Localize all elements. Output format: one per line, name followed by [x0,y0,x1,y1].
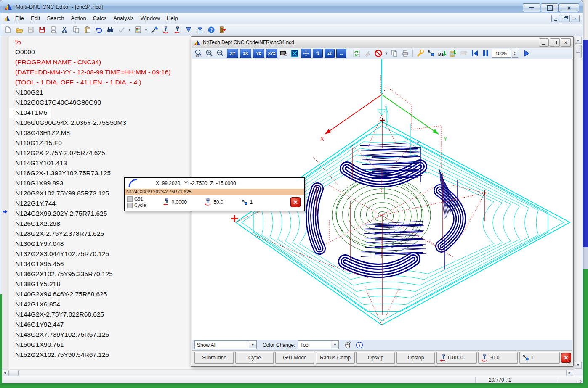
minimize-button[interactable] [523,3,540,12]
scroll-left-button[interactable]: ◀ [1,370,8,376]
backplot-button[interactable] [149,25,160,35]
scroll-right-button[interactable]: ▶ [566,370,573,376]
backplot-restore-button[interactable] [550,38,560,47]
close-button[interactable]: × [559,3,579,12]
scroll-up-button[interactable]: ▲ [575,37,582,44]
backplot-close-button[interactable]: × [561,38,571,47]
stop-marks-button[interactable] [373,48,383,58]
view-yz-button[interactable]: YZ [253,49,264,58]
run-to-line-button[interactable] [448,48,458,58]
zoom-out-button[interactable] [216,48,226,58]
status-radius-comp-button[interactable]: Radius Comp [316,352,355,364]
status-cycle-button[interactable]: Cycle [235,352,274,364]
view-options-dropdown[interactable]: ▼ [144,28,148,32]
fit-view-button[interactable] [290,48,300,58]
code-line-highlighted[interactable]: N104T1M6 [9,108,51,118]
view-zx-button[interactable]: ZX [240,49,251,58]
stop-marks-dropdown[interactable]: ▼ [384,51,388,55]
cut-button[interactable] [59,25,70,35]
status-opstop-button[interactable]: Opstop [396,352,435,364]
backplot-minimize-button[interactable] [539,38,549,47]
backplot-title-bar[interactable]: N:\Tech Dept CNC Code\NFR\cnc34.ncd × [192,37,572,48]
color-mode-select[interactable]: Tool ▼ [298,340,339,349]
title-bar[interactable]: Multi-DNC CNC Editor - [cnc34.ncd] × [0,0,583,13]
mouse-icon[interactable] [344,341,351,349]
pan-diagonal-button[interactable]: ⇄ [325,49,335,58]
menu-help[interactable]: Help [163,14,181,23]
mdi-minimize-button[interactable] [551,15,560,22]
menu-action[interactable]: Action [68,14,90,23]
play-button[interactable] [521,48,532,58]
vertical-scrollbar[interactable]: ▲ ▼ [574,36,582,369]
verify-button[interactable] [116,25,127,35]
pan-all-button[interactable] [301,49,311,58]
refresh-button[interactable] [351,48,362,58]
show-filter-select[interactable]: Show All ▼ [194,340,257,349]
trace-disabled-button[interactable] [362,48,372,58]
undo-button[interactable] [93,25,104,35]
pause-button[interactable] [481,48,491,58]
depth-field[interactable]: 0.0000 [436,352,477,364]
save-all-button[interactable] [37,25,47,35]
mdi-close-button[interactable]: × [571,15,580,22]
goto-m1-button[interactable]: M1 [437,48,447,58]
verify-dropdown[interactable]: ▼ [128,28,132,32]
speed-spinner[interactable]: ▲▼ [512,49,518,58]
settings-wrench-button[interactable] [415,48,425,58]
view-options-button[interactable] [133,25,143,35]
zoom-100-button[interactable]: 100 [194,48,204,58]
menu-calcs[interactable]: Calcs [90,14,110,23]
menu-edit[interactable]: Edit [27,14,43,23]
scroll-down-button[interactable]: ▼ [575,362,582,369]
speed-value[interactable]: 100% [492,49,511,58]
tool-rotate-button[interactable] [160,25,171,35]
status-subroutine-button[interactable]: Subroutine [194,352,234,364]
upload-disabled-icon [460,49,468,58]
feed-field[interactable]: 50.0 [478,352,518,364]
pick-segment-button[interactable] [426,48,436,58]
menu-analysis[interactable]: Analysis [110,14,137,23]
menu-file[interactable]: File [12,14,27,23]
tooltip-close-button[interactable]: ✕ [290,197,301,207]
zoom-in-button[interactable] [205,48,215,58]
pan-vertical-button[interactable]: ⇅ [313,49,323,58]
print-button[interactable] [48,25,59,35]
save-button[interactable] [25,25,36,35]
rewind-button[interactable] [470,48,480,58]
menu-search[interactable]: Search [43,14,67,23]
new-file-button[interactable] [3,25,13,35]
paste-button[interactable] [82,25,93,35]
cursor-position-status: 20/770 : 1 [489,377,511,383]
vertical-scroll-thumb[interactable] [575,45,582,58]
print-view-button[interactable] [400,48,410,58]
info-icon[interactable]: i [356,341,363,349]
status-opskip-button[interactable]: Opskip [356,352,395,364]
mdi-restore-button[interactable] [561,15,570,22]
copy-view-button[interactable] [389,48,399,58]
view-settings-button[interactable] [279,48,289,58]
open-file-button[interactable] [14,25,24,35]
copy-button[interactable] [71,25,81,35]
cycle-checkbox[interactable] [127,203,133,208]
upload-disabled-button[interactable] [459,48,469,58]
restore-button[interactable] [541,3,559,12]
help-button[interactable]: ? [206,25,216,35]
goto-bottom-button[interactable] [194,25,205,35]
view-xyz-button[interactable]: XYZ [266,49,277,58]
tool-number-field[interactable]: 1 [519,352,560,364]
status-g91-button[interactable]: G91 Mode [275,352,314,364]
part-contours [253,135,548,311]
view-xy-button[interactable]: XY [227,49,238,58]
open-folder-icon [16,26,23,34]
resize-grip[interactable] [577,378,582,383]
play-icon [522,49,531,58]
tool-offset-button[interactable] [172,25,182,35]
exit-button[interactable] [217,25,228,35]
goto-top-button[interactable] [183,25,194,35]
g91-checkbox[interactable] [127,196,133,202]
horizontal-scrollbar[interactable]: ◀ ▶ [1,369,574,376]
menu-window[interactable]: Window [137,14,163,23]
pan-horizontal-button[interactable]: ↔ [336,49,346,58]
find-button[interactable] [105,25,115,35]
horizontal-scroll-thumb[interactable] [8,370,19,376]
